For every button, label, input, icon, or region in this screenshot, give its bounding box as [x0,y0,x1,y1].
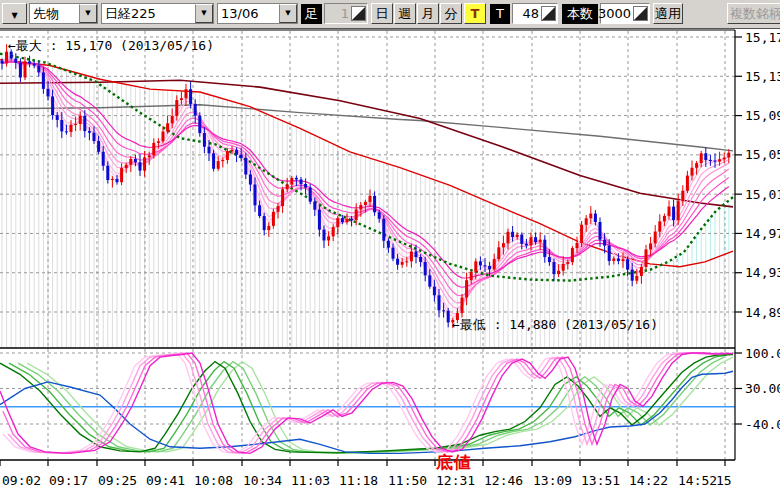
time-axis-label: 09:41 [146,473,185,488]
osc-axis-label: -40.00 [745,417,780,432]
period-day-button[interactable]: 日 [371,3,393,24]
time-axis-label: 11:18 [339,473,378,488]
time-axis-label: 13:09 [533,473,572,488]
interval-stepper: 1 [324,3,368,24]
min-price-annotation: ←最低 : 14,880 (2013/05/16) [452,316,658,334]
time-axis-label: 09:02 [2,473,41,488]
time-axis-label: 11:03 [291,473,330,488]
osc-axis-label: 100.00 [745,346,780,361]
chevron-down-icon[interactable]: ▼ [195,4,213,23]
green-dotted-ma [0,54,733,281]
toolbar: ▼ 先物 ▼ 日経225 ▼ 13/06 ▼ 足 1 日 週 月 分 T T 4… [0,0,780,29]
tick-size-stepper[interactable]: 48 [512,3,558,24]
spinner-icon [541,6,556,21]
price-axis-label: 14,895 [745,305,780,320]
instrument-select[interactable]: 先物 ▼ [29,3,98,24]
period-week-button[interactable]: 週 [394,3,416,24]
contract-month-select[interactable]: 13/06 ▼ [217,3,298,24]
time-axis-label: 14:22 [629,473,668,488]
time-axis-label: 11:50 [388,473,427,488]
symbol-select[interactable]: 日経225 ▼ [101,3,214,24]
price-axis-label: 15,055 [745,147,780,162]
bar-count-label: 本数 [562,4,598,24]
interval-value: 1 [341,4,349,23]
chevron-down-icon[interactable]: ▼ [79,4,97,23]
time-axis-label: 12:46 [484,473,523,488]
price-axis-label: 15,175 [745,30,780,45]
tick-size-label: T [490,4,510,24]
spinner-icon [351,6,366,21]
time-axis-label: 15 [716,473,732,488]
time-axis-label: 10:08 [194,473,233,488]
chart-window: 15,17515,13515,09515,05515,01514,97514,9… [0,0,780,500]
mini-dropdown-button[interactable]: ▼ [2,3,27,24]
chevron-down-icon: ▼ [11,11,17,20]
apply-button[interactable]: 適用 [653,3,683,24]
axes [0,30,742,466]
multi-symbol-button: 複数銘柄 [727,3,780,24]
oscillator-lines [0,353,735,453]
bar-type-label: 足 [301,4,322,24]
time-axis-label: 12:31 [436,473,475,488]
chart-canvas: 15,17515,13515,09515,05515,01514,97514,9… [0,0,780,500]
bar-count-stepper[interactable]: 3000 [600,3,650,24]
spinner-icon [633,6,648,21]
tick-size-value: 48 [522,4,539,23]
bottom-price-annotation: 底値 [436,451,472,474]
price-axis-label: 15,135 [745,69,780,84]
contract-month-value: 13/06 [218,4,279,23]
price-axis-label: 14,975 [745,226,780,241]
period-minute-button[interactable]: 分 [440,3,462,24]
price-axis-label: 15,015 [745,187,780,202]
chevron-down-icon[interactable]: ▼ [279,4,297,23]
time-axis-label: 13:51 [581,473,620,488]
time-axis-label: 09:17 [49,473,88,488]
period-month-button[interactable]: 月 [417,3,439,24]
max-price-annotation: ←最大 : 15,170 (2013/05/16) [8,37,214,55]
osc-axis-label: 30.00 [745,381,780,396]
price-axis-label: 15,095 [745,108,780,123]
time-axis-label: 10:34 [243,473,282,488]
time-axis-label: 09:25 [98,473,137,488]
instrument-value: 先物 [30,4,79,23]
time-axis-label: 14:52 [678,473,717,488]
bar-count-value: 3000 [598,4,631,23]
price-axis-label: 14,935 [745,265,780,280]
symbol-value: 日経225 [102,4,195,23]
period-tick-button[interactable]: T [464,3,486,24]
